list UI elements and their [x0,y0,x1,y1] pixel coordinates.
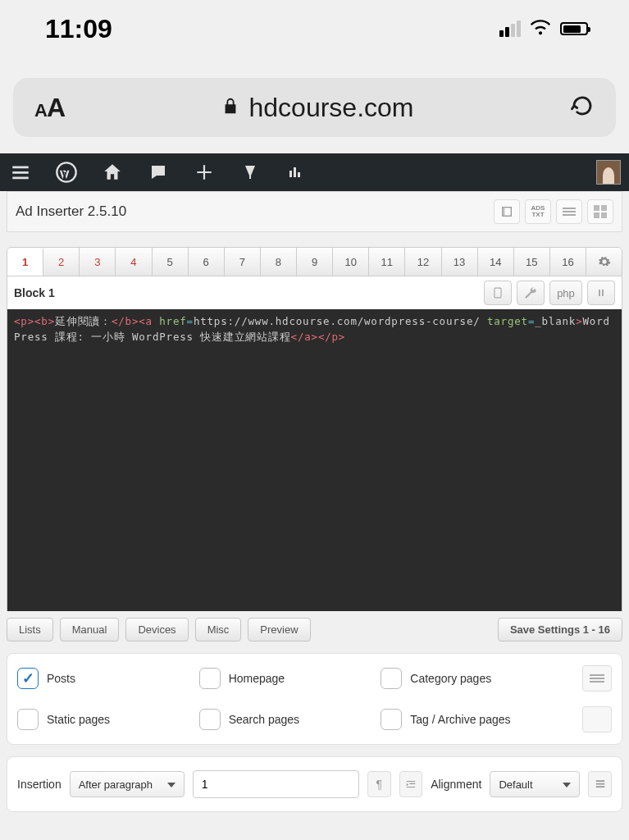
svg-rect-2 [503,208,505,217]
cell-signal-icon [499,21,521,37]
grid-toggle-icon[interactable] [582,706,612,733]
category-checkbox[interactable]: Category pages [381,668,563,689]
tab-4[interactable]: 4 [116,248,152,276]
indent-icon[interactable] [399,771,423,797]
option-buttons-row: Lists Manual Devices Misc Preview Save S… [7,618,622,641]
comment-icon[interactable] [146,160,171,185]
checkbox-icon [381,668,402,689]
url-text: hdcourse.com [249,93,414,123]
alignment-label: Alignment [431,778,481,791]
category-label: Category pages [410,672,491,685]
checkbox-icon [381,709,402,730]
tag-archive-checkbox[interactable]: Tag / Archive pages [381,709,563,730]
block-title: Block 1 [14,286,55,299]
ios-status-bar: 11:09 [0,0,629,57]
insertion-label: Insertion [17,778,62,791]
reload-button[interactable] [570,94,595,121]
posts-label: Posts [47,672,75,685]
device-preview-icon[interactable] [484,281,512,305]
tab-11[interactable]: 11 [369,248,405,276]
alignment-preview-icon[interactable] [588,771,612,797]
paragraph-number-input[interactable] [193,770,359,798]
ads-txt-icon[interactable]: ADSTXT [525,199,551,224]
devices-button[interactable]: Devices [125,618,188,641]
homepage-label: Homepage [229,672,285,685]
tab-8[interactable]: 8 [261,248,297,276]
misc-button[interactable]: Misc [195,618,242,641]
tab-13[interactable]: 13 [442,248,478,276]
placement-panel: Posts Homepage Category pages Static pag… [7,653,622,745]
wifi-icon [529,16,552,42]
plus-icon[interactable] [192,160,217,185]
posts-checkbox[interactable]: Posts [17,668,199,689]
user-avatar[interactable] [596,160,621,185]
checkbox-icon [199,709,221,730]
settings-tab[interactable] [586,248,622,276]
plugin-header: Ad Inserter 2.5.10 ADSTXT [7,191,622,232]
tab-2[interactable]: 2 [43,248,80,276]
pause-icon[interactable] [587,281,615,305]
tab-12[interactable]: 12 [405,248,441,276]
tab-16[interactable]: 16 [550,248,586,276]
search-pages-checkbox[interactable]: Search pages [199,709,381,730]
url-display[interactable]: hdcourse.com [65,93,570,123]
tab-1[interactable]: 1 [7,249,43,276]
status-time: 11:09 [45,14,112,44]
docs-icon[interactable] [494,199,520,224]
tab-15[interactable]: 15 [514,248,550,276]
tag-label: Tag / Archive pages [410,713,510,726]
paragraph-icon[interactable]: ¶ [367,771,391,797]
tab-9[interactable]: 9 [297,248,333,276]
code-editor[interactable]: <p><b>延伸閱讀：</b><a href=https://www.hdcou… [7,309,622,611]
wrench-icon[interactable] [517,281,545,305]
grid-view-icon[interactable] [587,199,613,224]
battery-icon [560,22,588,35]
homepage-checkbox[interactable]: Homepage [199,668,381,689]
search-label: Search pages [229,713,299,726]
manual-button[interactable]: Manual [60,618,120,641]
php-toggle[interactable]: php [549,281,582,305]
insertion-mode-value: After paragraph [79,778,153,791]
static-label: Static pages [47,713,110,726]
browser-url-bar[interactable]: AA hdcourse.com [13,78,616,137]
wordpress-icon[interactable] [54,160,79,185]
tab-6[interactable]: 6 [189,248,225,276]
alignment-value: Default [499,778,532,791]
list-toggle-icon[interactable] [582,665,612,692]
tab-10[interactable]: 10 [333,248,369,276]
static-pages-checkbox[interactable]: Static pages [17,709,199,730]
alignment-select[interactable]: Default [490,771,580,797]
home-icon[interactable] [100,160,125,185]
tab-3[interactable]: 3 [80,248,116,276]
lists-button[interactable]: Lists [7,618,53,641]
tab-14[interactable]: 14 [478,248,514,276]
checkbox-icon [199,668,221,689]
list-view-icon[interactable] [556,199,582,224]
svg-rect-3 [495,288,501,298]
tab-5[interactable]: 5 [153,248,189,276]
insertion-panel: Insertion After paragraph ¶ Alignment De… [7,756,622,812]
tab-7[interactable]: 7 [225,248,261,276]
yoast-icon[interactable] [238,160,262,185]
menu-icon[interactable] [8,160,33,185]
block-header: Block 1 php [7,276,622,309]
lock-icon [221,95,239,120]
insertion-mode-select[interactable]: After paragraph [70,771,185,797]
stats-icon[interactable] [284,160,308,185]
text-size-button[interactable]: AA [34,93,65,123]
status-icons [499,16,588,42]
plugin-title: Ad Inserter 2.5.10 [16,203,126,220]
preview-button[interactable]: Preview [248,618,310,641]
checkbox-checked-icon [17,668,39,689]
checkbox-icon [17,709,39,730]
save-settings-button[interactable]: Save Settings 1 - 16 [498,618,622,641]
wp-admin-bar [0,153,629,191]
block-tabs: 12345678910111213141516 [7,247,622,276]
